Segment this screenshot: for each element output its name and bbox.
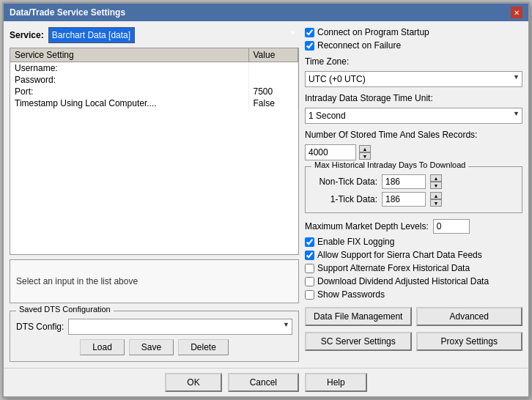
allow-support-checkbox[interactable]: [305, 251, 314, 260]
one-tick-spinners: ▲ ▼: [430, 192, 442, 207]
timezone-dropdown-wrapper: UTC (+0 UTC): [305, 71, 522, 87]
intraday-dropdown-wrapper: 1 Second: [305, 108, 522, 124]
stored-records-spinners: ▲ ▼: [359, 145, 371, 160]
dts-config-dropdown[interactable]: [68, 319, 292, 335]
stored-records-input[interactable]: 4000: [305, 144, 356, 160]
download-dividend-checkbox[interactable]: [305, 277, 314, 286]
non-tick-spinners: ▲ ▼: [430, 174, 442, 189]
support-alternate-row: Support Alternate Forex Historical Data: [305, 263, 522, 273]
ok-button[interactable]: OK: [165, 373, 221, 392]
intraday-storage-dropdown[interactable]: 1 Second: [305, 108, 522, 124]
setting-cell: Username:: [10, 62, 248, 75]
reconnect-failure-row: Reconnect on Failure: [305, 40, 522, 51]
download-dividend-label: Download Dividend Adjusted Historical Da…: [317, 276, 489, 286]
service-dropdown-wrapper: Barchart Data [data]: [48, 27, 299, 43]
window-title: Data/Trade Service Settings: [10, 7, 125, 18]
enable-fix-checkbox[interactable]: [305, 237, 314, 247]
table-row[interactable]: Port:7500: [10, 86, 298, 97]
support-alternate-label: Support Alternate Forex Historical Data: [317, 263, 470, 273]
proxy-settings-button[interactable]: Proxy Settings: [416, 332, 523, 351]
table-row[interactable]: Password:: [10, 74, 298, 86]
settings-table-container: Service Setting Value Username:Password:…: [10, 48, 299, 255]
enable-fix-row: Enable FIX Logging: [305, 237, 522, 247]
right-panel: Connect on Program Startup Reconnect on …: [305, 27, 522, 362]
footer-buttons: OK Cancel Help: [4, 368, 528, 396]
table-row[interactable]: Timestamp Using Local Computer....False: [10, 97, 298, 109]
col-header-setting: Service Setting: [10, 48, 248, 62]
load-button[interactable]: Load: [80, 339, 125, 355]
advanced-button[interactable]: Advanced: [416, 307, 523, 326]
one-tick-row: 1-Tick Data: 186 ▲ ▼: [311, 192, 516, 207]
reconnect-failure-label: Reconnect on Failure: [317, 40, 401, 51]
dts-config-row: DTS Config:: [16, 319, 292, 335]
one-tick-input[interactable]: 186: [382, 192, 426, 207]
one-tick-down[interactable]: ▼: [430, 199, 442, 207]
stored-records-row: 4000 ▲ ▼: [305, 144, 522, 160]
stored-records-label: Number Of Stored Time And Sales Records:: [305, 130, 522, 140]
dts-group-title: Saved DTS Configuration: [16, 305, 114, 314]
dts-config-label: DTS Config:: [16, 322, 64, 332]
help-button[interactable]: Help: [305, 373, 367, 392]
non-tick-up[interactable]: ▲: [430, 174, 442, 182]
timezone-label: Time Zone:: [305, 56, 522, 67]
data-file-mgmt-button[interactable]: Data File Management: [305, 307, 412, 326]
max-historical-title: Max Historical Intraday Days To Download: [311, 160, 468, 169]
connect-startup-row: Connect on Program Startup: [305, 27, 522, 37]
reconnect-failure-checkbox[interactable]: [305, 41, 314, 51]
one-tick-label: 1-Tick Data:: [311, 194, 377, 204]
download-dividend-row: Download Dividend Adjusted Historical Da…: [305, 276, 522, 286]
non-tick-label: Non-Tick Data:: [311, 177, 377, 187]
dts-dropdown-wrapper: [68, 319, 292, 335]
stored-records-up[interactable]: ▲: [359, 145, 371, 152]
show-passwords-checkbox[interactable]: [305, 290, 314, 300]
non-tick-input[interactable]: 186: [382, 174, 426, 189]
cancel-button[interactable]: Cancel: [228, 373, 299, 392]
left-panel: Service: Barchart Data [data] Service Se…: [10, 27, 299, 362]
max-depth-label: Maximum Market Depth Levels:: [305, 221, 429, 232]
intraday-storage-label: Intraday Data Storage Time Unit:: [305, 93, 522, 103]
support-alternate-checkbox[interactable]: [305, 264, 314, 273]
table-row[interactable]: Username:: [10, 62, 298, 75]
title-bar: Data/Trade Service Settings ✕: [4, 4, 528, 21]
close-button[interactable]: ✕: [511, 7, 522, 18]
col-header-value: Value: [248, 48, 298, 62]
max-historical-group: Max Historical Intraday Days To Download…: [305, 166, 522, 213]
settings-table: Service Setting Value Username:Password:…: [10, 48, 298, 109]
value-cell: [248, 74, 298, 86]
connect-startup-label: Connect on Program Startup: [317, 27, 429, 37]
main-window: Data/Trade Service Settings ✕ Service: B…: [2, 2, 530, 398]
bottom-right-row: SC Server Settings Proxy Settings: [305, 332, 522, 351]
hint-box: Select an input in the list above: [10, 259, 299, 303]
right-btn-row-1: Data File Management Advanced: [305, 307, 522, 326]
sc-server-button[interactable]: SC Server Settings: [305, 332, 412, 351]
allow-support-row: Allow Support for Sierra Chart Data Feed…: [305, 250, 522, 260]
non-tick-down[interactable]: ▼: [430, 182, 442, 189]
max-depth-input[interactable]: 0: [433, 219, 470, 234]
setting-cell: Password:: [10, 74, 248, 86]
setting-cell: Port:: [10, 86, 248, 97]
allow-support-label: Allow Support for Sierra Chart Data Feed…: [317, 250, 482, 260]
save-button[interactable]: Save: [129, 339, 174, 355]
service-label: Service:: [10, 30, 44, 40]
setting-cell: Timestamp Using Local Computer....: [10, 97, 248, 109]
max-depth-row: Maximum Market Depth Levels: 0: [305, 219, 522, 234]
stored-records-down[interactable]: ▼: [359, 152, 371, 160]
service-row: Service: Barchart Data [data]: [10, 27, 299, 43]
value-cell: 7500: [248, 86, 298, 97]
one-tick-up[interactable]: ▲: [430, 192, 442, 199]
hint-text: Select an input in the list above: [16, 276, 138, 286]
value-cell: False: [248, 97, 298, 109]
timezone-dropdown[interactable]: UTC (+0 UTC): [305, 71, 522, 87]
connect-startup-checkbox[interactable]: [305, 28, 314, 37]
dts-config-group: Saved DTS Configuration DTS Config: Load…: [10, 311, 299, 362]
value-cell: [248, 62, 298, 75]
service-dropdown[interactable]: Barchart Data [data]: [48, 27, 135, 43]
dts-btn-row: Load Save Delete: [16, 339, 292, 355]
show-passwords-label: Show Passwords: [317, 289, 385, 300]
show-passwords-row: Show Passwords: [305, 289, 522, 300]
enable-fix-label: Enable FIX Logging: [317, 237, 394, 247]
non-tick-row: Non-Tick Data: 186 ▲ ▼: [311, 174, 516, 189]
delete-button[interactable]: Delete: [178, 339, 229, 355]
